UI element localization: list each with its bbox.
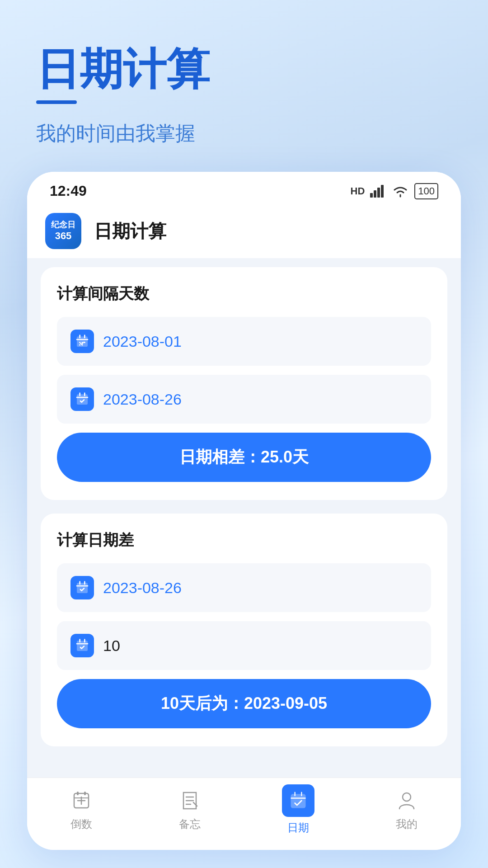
app-subtitle: 我的时间由我掌握	[36, 120, 452, 147]
svg-rect-12	[291, 794, 306, 808]
section2-date1-row[interactable]: 2023-08-26	[57, 563, 431, 612]
calendar-icon-2	[70, 387, 94, 411]
section2-days-value[interactable]: 10	[103, 637, 120, 655]
main-content: 计算间隔天数 2023-08-01	[27, 258, 461, 810]
date-icon	[282, 784, 314, 817]
battery-icon: 100	[414, 183, 438, 199]
svg-rect-10	[84, 792, 86, 795]
title-underline	[36, 100, 77, 104]
section1-date2-value[interactable]: 2023-08-26	[103, 391, 182, 408]
status-icons: HD 100	[351, 183, 439, 199]
app-header-title: 日期计算	[94, 219, 166, 244]
svg-rect-3	[381, 185, 384, 198]
memo-icon	[177, 788, 202, 813]
status-time: 12:49	[50, 183, 87, 199]
calendar-icon-4	[70, 634, 94, 657]
svg-rect-9	[77, 792, 79, 795]
section2-title: 计算日期差	[57, 530, 431, 551]
section1-date1-row[interactable]: 2023-08-01	[57, 317, 431, 366]
section2-result-btn[interactable]: 10天后为：2023-09-05	[57, 679, 431, 728]
hd-icon: HD	[351, 185, 365, 197]
tab-profile-label: 我的	[396, 817, 418, 831]
tab-memo-label: 备忘	[179, 817, 201, 831]
tab-countdown[interactable]: 倒数	[27, 788, 136, 831]
countdown-icon	[69, 788, 94, 813]
calendar-icon-1	[70, 330, 94, 353]
calendar-icon-3	[70, 576, 94, 599]
section-interval-days: 计算间隔天数 2023-08-01	[41, 267, 447, 500]
section2-date1-value[interactable]: 2023-08-26	[103, 579, 182, 597]
section1-result-btn[interactable]: 日期相差：25.0天	[57, 433, 431, 482]
svg-rect-7	[77, 641, 88, 651]
svg-rect-5	[77, 394, 88, 405]
phone-mockup: 12:49 HD 100 纪念日	[27, 172, 461, 850]
section-date-diff: 计算日期差 2023-08-26	[41, 514, 447, 746]
svg-rect-1	[374, 190, 376, 198]
app-title: 日期计算	[36, 45, 452, 93]
svg-rect-6	[77, 583, 88, 593]
section1-date1-value[interactable]: 2023-08-01	[103, 333, 182, 350]
svg-rect-2	[377, 188, 380, 198]
section2-days-row[interactable]: 10	[57, 621, 431, 670]
app-header-bar: 纪念日 365 日期计算	[27, 204, 461, 258]
date-icon-bg	[282, 784, 314, 817]
profile-icon	[394, 788, 419, 813]
tab-memo[interactable]: 备忘	[136, 788, 244, 831]
tab-profile[interactable]: 我的	[352, 788, 461, 831]
section1-result-text: 日期相差：25.0天	[179, 448, 309, 466]
svg-point-13	[403, 793, 411, 801]
wifi-icon	[392, 185, 409, 198]
section1-title: 计算间隔天数	[57, 283, 431, 304]
tab-date-label: 日期	[287, 821, 309, 835]
header-area: 日期计算 我的时间由我掌握	[0, 0, 488, 165]
tab-countdown-label: 倒数	[70, 817, 92, 831]
status-bar: 12:49 HD 100	[27, 172, 461, 204]
section1-date2-row[interactable]: 2023-08-26	[57, 375, 431, 424]
tab-date[interactable]: 日期	[244, 784, 352, 835]
signal-icon	[370, 185, 386, 198]
svg-rect-0	[370, 193, 373, 198]
section2-result-text: 10天后为：2023-09-05	[161, 694, 327, 712]
tab-bar: 倒数 备忘	[27, 778, 461, 850]
app-logo: 纪念日 365	[45, 213, 81, 249]
